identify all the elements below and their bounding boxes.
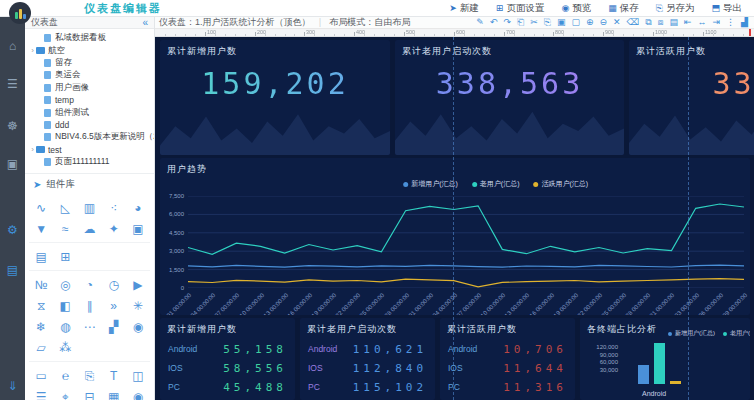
kpi-card[interactable]: 累计活跃用户数33, bbox=[629, 40, 754, 155]
radar-chart-icon[interactable]: ✳ bbox=[126, 295, 150, 316]
clock-icon[interactable]: ◷ bbox=[102, 274, 126, 295]
save-button[interactable]: ▦保存 bbox=[608, 2, 639, 15]
combo-chart-icon[interactable]: ≈ bbox=[53, 218, 77, 239]
tree-item[interactable]: 页面111111111 bbox=[29, 156, 154, 168]
split-layout-icon[interactable]: ◫ bbox=[126, 365, 150, 386]
legend-item[interactable]: 老用户(汇总) bbox=[723, 329, 750, 338]
metric-table-card[interactable]: 累计新增用户数Android55,158IOS58,556PC45,488 bbox=[160, 318, 295, 400]
expand-arrow-icon[interactable]: › bbox=[29, 145, 36, 154]
globe-map-icon[interactable]: ◍ bbox=[53, 316, 77, 337]
save-as-button[interactable]: ⎘另存为 bbox=[656, 2, 695, 15]
crowd-icon[interactable]: ⁂ bbox=[53, 337, 77, 358]
funnel-chart-icon[interactable]: ▼ bbox=[29, 218, 53, 239]
lock-icon[interactable]: ▣ bbox=[557, 18, 566, 27]
paste-icon[interactable]: ⎗ bbox=[517, 18, 524, 27]
text-widget-icon[interactable]: T bbox=[102, 365, 126, 386]
tree-item[interactable]: 留存 bbox=[29, 57, 154, 69]
window-widget-icon[interactable]: ▭ bbox=[29, 365, 53, 386]
home-icon[interactable]: ⌂ bbox=[0, 39, 25, 53]
list-widget-icon[interactable]: ☰ bbox=[29, 386, 53, 400]
area-chart-icon[interactable]: ◺ bbox=[53, 197, 77, 218]
image-widget-icon[interactable]: ▣ bbox=[126, 218, 150, 239]
relation-chart-icon[interactable]: ✦ bbox=[102, 218, 126, 239]
terminal-share-chart-panel[interactable]: 各终端占比分析新增用户(汇总)老用户(汇总)120,00090,00060,00… bbox=[580, 318, 750, 400]
legend-item[interactable]: 老用户(汇总) bbox=[472, 179, 520, 189]
tree-item[interactable]: 私域数据看板 bbox=[29, 32, 154, 44]
pdf-file-icon[interactable]: ▤ bbox=[0, 263, 25, 277]
tree-item[interactable]: ›航空 bbox=[29, 44, 154, 56]
align-center-icon[interactable]: ↔ bbox=[698, 18, 707, 27]
pie-chart-icon[interactable]: ◕ bbox=[126, 197, 150, 218]
tree-item[interactable]: 奥运会 bbox=[29, 69, 154, 81]
legend-item[interactable]: 新增用户(汇总) bbox=[668, 329, 715, 338]
distribute-icon[interactable]: ⋮ bbox=[726, 18, 735, 27]
tree-item[interactable]: 用户画像 bbox=[29, 82, 154, 94]
stats-icon[interactable]: ▟ bbox=[741, 18, 748, 27]
cut-icon[interactable]: ✂ bbox=[530, 18, 538, 27]
ring-progress-icon[interactable]: ◎ bbox=[53, 274, 77, 295]
copy-icon[interactable]: ⎘ bbox=[544, 18, 551, 27]
circle-widget-icon[interactable]: ◉ bbox=[126, 386, 150, 400]
zoom-out-icon[interactable]: ⊖ bbox=[599, 18, 607, 27]
matrix-table-icon[interactable]: ▦ bbox=[102, 386, 126, 400]
dashboard-icon[interactable]: ☸ bbox=[0, 119, 25, 133]
clear-icon[interactable]: ⌫ bbox=[627, 18, 640, 27]
database-icon[interactable]: ☰ bbox=[0, 77, 25, 91]
bar-chart-icon[interactable]: ▥ bbox=[77, 197, 101, 218]
dashboard-canvas[interactable]: 累计新增用户数159,202累计老用户启动次数338,563累计活跃用户数33,… bbox=[155, 37, 754, 400]
china-map-icon[interactable]: ▞ bbox=[102, 316, 126, 337]
undo-icon[interactable]: ↶ bbox=[490, 18, 498, 27]
expand-arrow-icon[interactable]: › bbox=[29, 46, 36, 55]
tree-item[interactable]: 组件测试 bbox=[29, 106, 154, 118]
metric-table-card[interactable]: 累计老用户启动次数Android110,621IOS112,840PC115,1… bbox=[300, 318, 435, 400]
geo-map-icon[interactable]: ▱ bbox=[29, 337, 53, 358]
web-page-icon[interactable]: ℮ bbox=[53, 365, 77, 386]
edit-pencil-icon[interactable]: ✎ bbox=[476, 18, 484, 27]
simple-table-icon[interactable]: ▤ bbox=[29, 246, 53, 267]
layer-up-icon[interactable]: ⧉ bbox=[645, 18, 651, 27]
layout-widget-icon[interactable]: ◧ bbox=[53, 295, 77, 316]
kpi-card[interactable]: 累计老用户启动次数338,563 bbox=[395, 40, 624, 155]
tree-item[interactable]: ddd bbox=[29, 119, 154, 131]
metric-table-card[interactable]: 累计活跃用户数Android10,706IOS11,644PC11,316 bbox=[440, 318, 575, 400]
user-trend-chart-panel[interactable]: 用户趋势新增用户(汇总)老用户(汇总)活跃用户(汇总)01,5003,0004,… bbox=[160, 158, 750, 315]
export-button[interactable]: ⬒导出 bbox=[711, 2, 742, 15]
grid-table-icon[interactable]: ⊞ bbox=[53, 246, 77, 267]
kpi-card[interactable]: 累计新增用户数159,202 bbox=[160, 40, 390, 155]
wordcloud-icon[interactable]: ☁ bbox=[77, 218, 101, 239]
collapse-panel-icon[interactable]: « bbox=[142, 18, 148, 28]
video-widget-icon[interactable]: ▶ bbox=[126, 274, 150, 295]
component-icon[interactable]: ▤ bbox=[669, 18, 678, 27]
align-right-icon[interactable]: ⇥ bbox=[713, 18, 721, 27]
slider-widget-icon[interactable]: ∥ bbox=[77, 295, 101, 316]
tree-item[interactable]: NBIV4.6.5版本更新说明（20200803） bbox=[29, 131, 154, 143]
layer-down-icon[interactable]: ⧈ bbox=[658, 18, 664, 27]
snowflake-icon[interactable]: ❄ bbox=[29, 316, 53, 337]
scatter-chart-icon[interactable]: ⁖ bbox=[102, 197, 126, 218]
tab-widget-icon[interactable]: ⎘ bbox=[77, 365, 101, 386]
number-card-icon[interactable]: № bbox=[29, 274, 53, 295]
new-button[interactable]: ➤新建 bbox=[449, 2, 479, 15]
legend-item[interactable]: 新增用户(汇总) bbox=[403, 179, 458, 189]
legend-item[interactable]: 活跃用户(汇总) bbox=[534, 179, 589, 189]
page-settings-button[interactable]: ⊞页面设置 bbox=[496, 2, 545, 15]
download-icon[interactable]: ⇓ bbox=[0, 379, 25, 393]
marquee-icon[interactable]: » bbox=[102, 295, 126, 316]
line-chart-icon[interactable]: ∿ bbox=[29, 197, 53, 218]
carousel-icon[interactable]: ⧖ bbox=[29, 295, 53, 316]
zoom-in-icon[interactable]: ⊕ bbox=[586, 18, 594, 27]
pivot-table-icon[interactable]: ⊟ bbox=[77, 386, 101, 400]
tree-item[interactable]: ›test bbox=[29, 144, 154, 156]
delete-icon[interactable]: ✕ bbox=[613, 18, 621, 27]
align-left-icon[interactable]: ⇤ bbox=[684, 18, 692, 27]
search-widget-icon[interactable]: ⌖ bbox=[53, 386, 77, 400]
tree-item[interactable]: temp bbox=[29, 94, 154, 106]
redo-icon[interactable]: ↷ bbox=[503, 18, 511, 27]
unlock-icon[interactable]: ▢ bbox=[571, 18, 580, 27]
monitor-icon[interactable]: ▣ bbox=[0, 157, 25, 171]
location-pin-icon[interactable]: ◉ bbox=[126, 316, 150, 337]
preview-button[interactable]: ◉预览 bbox=[561, 2, 591, 15]
more-dots-icon[interactable]: ⋯ bbox=[77, 316, 101, 337]
settings-gear-icon[interactable]: ⚙ bbox=[0, 223, 25, 237]
gauge-icon[interactable]: ◔ bbox=[77, 274, 101, 295]
